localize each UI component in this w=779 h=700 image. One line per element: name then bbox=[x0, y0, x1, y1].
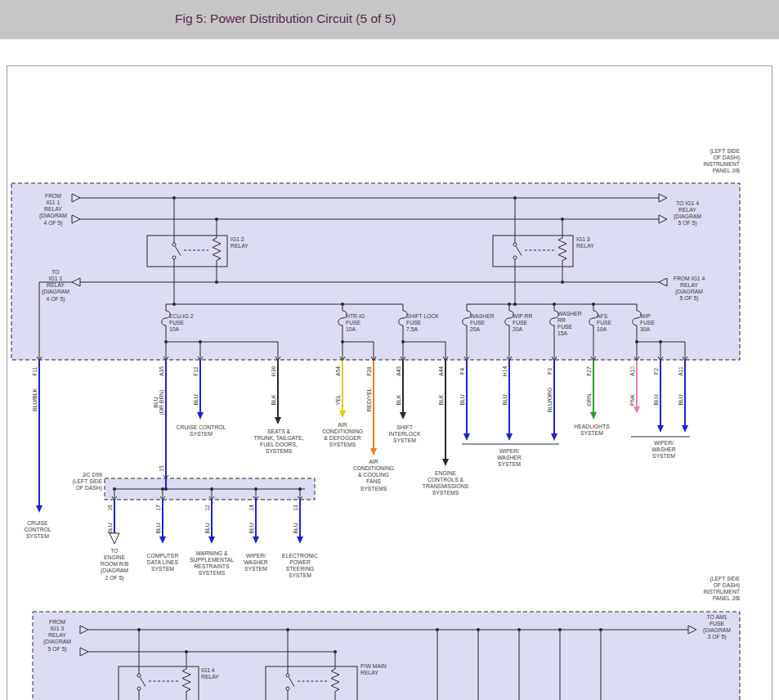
pin-label-h36: H36 bbox=[271, 366, 276, 376]
pin-label-f4: F4 bbox=[459, 368, 465, 375]
relay-contact bbox=[137, 674, 141, 677]
ig1-3-relay-box bbox=[493, 236, 573, 267]
pin-label-f28: F28 bbox=[366, 366, 372, 376]
fuse-afs-label: AFS FUSE 10A bbox=[597, 313, 611, 333]
pin-label-a43: A43 bbox=[396, 366, 401, 376]
relay-contact bbox=[172, 256, 176, 259]
wire-color-a35: BLU (OR BRN) bbox=[153, 390, 165, 415]
fuse-shift-lock-label: SHIFT LOCK FUSE 7.5A bbox=[406, 313, 439, 333]
fuse-wip-label: WIP FUSE 30A bbox=[640, 313, 655, 333]
jc-pin-17: 17 bbox=[155, 505, 161, 511]
dest-wiper-mid: WIPER/ WASHER SYSTEM bbox=[497, 448, 522, 468]
connector-to-engine-room-rb bbox=[110, 533, 119, 544]
dest-shift-interlock: SHIFT INTERLOCK SYSTEM bbox=[389, 424, 421, 444]
wire-color-f3: BLU/ORG bbox=[547, 388, 553, 413]
ig1-4-relay-label: IG1 4 RELAY bbox=[201, 667, 219, 680]
instrument-panel-jb-bottom bbox=[33, 612, 740, 700]
wire-color-a43: BLK bbox=[396, 395, 401, 406]
from-ig1-3-label: FROM IG1 3 RELAY (DIAGRAM 5 OF 5) bbox=[43, 619, 71, 653]
fuse-washer-rr-label: WASHER RR FUSE 15A bbox=[557, 311, 582, 338]
jb-bottom-corner-label: (LEFT SIDE OF DASH) INSTRUMENT PANEL J/B bbox=[674, 576, 740, 603]
relay-contact bbox=[513, 256, 517, 259]
wiring-diagram-graphics bbox=[0, 0, 779, 700]
pw-main-relay-box bbox=[266, 666, 357, 700]
pin-label-a54: A54 bbox=[335, 366, 341, 376]
jc-wire-color-3: BLU bbox=[204, 523, 210, 533]
wire-color-h14: BLU bbox=[502, 394, 508, 405]
fuse-htr-ig-label: HTR-IG FUSE 10A bbox=[346, 313, 365, 333]
dest-wiper-jc: WIPER/ WASHER SYSTEM bbox=[244, 553, 268, 572]
jc-d99-label: J/C D99 (LEFT SIDE OF DASH) bbox=[49, 472, 102, 491]
relay-contact bbox=[286, 687, 289, 690]
dest-ac-cooling: AIR CONDITIONING & COOLING FANS SYSTEMS bbox=[353, 459, 394, 492]
wire-color-f4: BLU bbox=[459, 394, 465, 405]
wire-color-f27: GRN bbox=[586, 393, 592, 406]
wire-color-a44: BLK bbox=[438, 395, 444, 406]
wire-color-a10: PNK bbox=[629, 394, 635, 406]
pin-label-f12: F12 bbox=[193, 366, 199, 376]
wire-color-a54: YEL bbox=[335, 395, 341, 406]
instrument-panel-jb-top bbox=[11, 183, 740, 360]
pin-label-a35: A35 bbox=[159, 366, 164, 376]
from-ig1-4-label: FROM IG1 4 RELAY (DIAGRAM 5 OF 5) bbox=[674, 276, 705, 303]
pin-label-a10: A10 bbox=[629, 366, 635, 376]
to-ig1-1-label: TO IG1 1 RELAY (DIAGRAM 4 OF 5) bbox=[42, 269, 69, 303]
jc-wire-color-2: BLU bbox=[155, 523, 161, 533]
to-ig1-4-label: TO IG1 4 RELAY (DIAGRAM 5 OF 5) bbox=[674, 200, 701, 227]
jc-pin-14: 14 bbox=[248, 505, 254, 511]
from-ig1-1-label: FROM IG1 1 RELAY (DIAGRAM 4 OF 5) bbox=[39, 193, 67, 227]
to-am1-label: TO AM1 FUSE (DIAGRAM 3 OF 5) bbox=[703, 614, 731, 641]
fuse-washer-label: WASHER FUSE 20A bbox=[470, 313, 495, 333]
jc-pin-13: 13 bbox=[293, 505, 298, 511]
ig1-2-relay-label: IG1 2 RELAY bbox=[231, 236, 248, 249]
relay-contact bbox=[172, 243, 176, 246]
fuse-ecu-ig2-label: ECU-IG 2 FUSE 10A bbox=[169, 313, 193, 333]
ig1-3-relay-label: IG1 3 RELAY bbox=[576, 236, 594, 249]
jc-wire-color-1: BLU bbox=[107, 523, 113, 533]
pw-main-relay-label: P/W MAIN RELAY bbox=[360, 663, 387, 676]
jc-wire-color-5: BLU bbox=[293, 523, 298, 533]
pin-label-a44: A44 bbox=[438, 366, 444, 376]
wire-color-f11: BLU/BLK bbox=[32, 388, 38, 411]
relay-contact bbox=[286, 674, 289, 677]
dest-wiper-right: WIPER/ WASHER SYSTEM bbox=[651, 440, 676, 460]
wire-color-h36: BLK bbox=[271, 395, 276, 406]
pin-label-f27: F27 bbox=[586, 366, 592, 376]
dest-cruise: CRUISE CONTROL SYSTEM bbox=[177, 424, 226, 438]
wire-color-a11: BLU bbox=[678, 394, 683, 405]
pin-label-f11: F11 bbox=[32, 366, 38, 375]
page-root: Fig 5: Power Distribution Circuit (5 of … bbox=[0, 0, 779, 700]
wire-color-f12: BLU bbox=[193, 394, 199, 405]
dest-seats: SEATS & TRUNK, TAILGATE, FUEL DOORS, SYS… bbox=[254, 429, 304, 455]
dest-headlights: HEADLIGHTS SYSTEM bbox=[574, 424, 609, 437]
jc-pin-16: 16 bbox=[107, 505, 113, 511]
jc-pin-15: 15 bbox=[159, 465, 164, 472]
wire-f11 bbox=[36, 360, 43, 513]
jc-wire-color-4: BLU bbox=[248, 523, 254, 533]
ig1-2-relay-box bbox=[147, 236, 227, 267]
relay-contact bbox=[513, 243, 517, 246]
pin-label-a11: A11 bbox=[678, 366, 683, 376]
fuse-wip-rr-label: WIP RR FUSE 20A bbox=[513, 313, 532, 333]
jb-top-corner-label: (LEFT SIDE OF DASH) INSTRUMENT PANEL J/B bbox=[674, 148, 740, 175]
dest-computer-data-lines: COMPUTER DATA LINES SYSTEM bbox=[147, 553, 179, 572]
pin-label-h14: H14 bbox=[502, 366, 508, 376]
jb-top-box bbox=[11, 183, 740, 360]
jc-pin-12: 12 bbox=[204, 505, 210, 511]
dest-warning-srs: WARNING & SUPPLEMENTAL RESTRAINTS SYSTEM… bbox=[190, 550, 234, 577]
pin-label-f2: F2 bbox=[653, 368, 659, 375]
wire-color-f2: BLU bbox=[653, 394, 659, 405]
relay-contact bbox=[137, 687, 141, 690]
dest-cruise-left: CRUISE CONTROL SYSTEM bbox=[24, 520, 51, 540]
dest-engine-controls: ENGINE CONTROLS & TRANSMISSIONS SYSTEMS bbox=[423, 470, 468, 497]
colored-wires bbox=[36, 360, 690, 544]
dest-eps: ELECTRONIC POWER STEERING SYSTEM bbox=[282, 553, 318, 580]
pin-label-f3: F3 bbox=[547, 368, 553, 375]
dest-engine-room-rb: TO ENGINE ROOM R/B (DIAGRAM 2 OF 5) bbox=[101, 548, 128, 581]
wire-color-f28: RED/YEL bbox=[366, 388, 372, 411]
dest-ac-defogger: AIR CONDITIONING & DEFOGGER SYSTEMS bbox=[322, 422, 363, 449]
